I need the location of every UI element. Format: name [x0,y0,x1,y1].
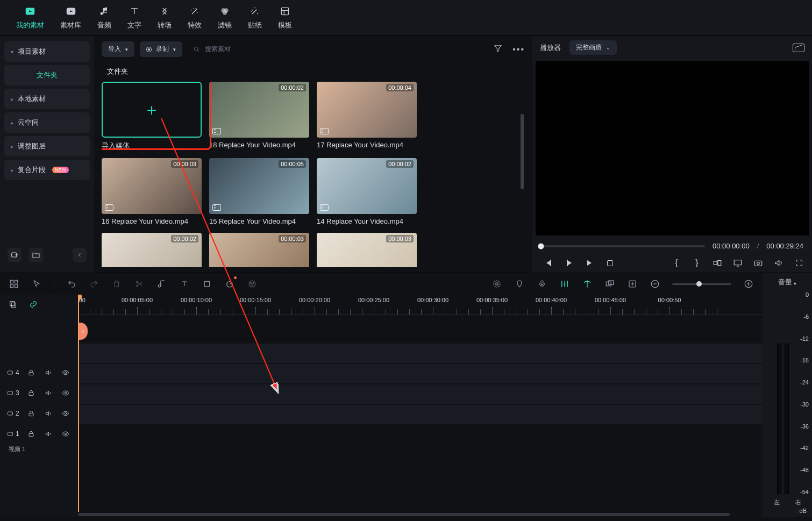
import-media-tile[interactable]: ＋ [102,82,202,138]
media-clip[interactable]: 00:00:0218 Replace Your Video.mp4 [209,82,309,151]
clip-thumbnail[interactable]: 00:00:05 [209,158,309,214]
visibility-track-button[interactable] [60,388,71,398]
visibility-track-button[interactable] [60,408,71,419]
clip-thumbnail[interactable]: 00:00:04 [317,82,417,138]
timeline-track[interactable] [78,363,763,384]
mic-button[interactable] [537,279,547,289]
mark-out-button[interactable]: } [692,258,702,268]
scrub-track[interactable] [541,245,705,247]
duplicate-track-button[interactable] [8,299,18,310]
lock-track-button[interactable] [26,429,37,439]
sidebar-compound[interactable]: ▸复合片段NEW [4,160,90,180]
undo-button[interactable] [66,279,77,289]
mute-track-button[interactable] [43,429,54,439]
nav-text[interactable]: 文字 [127,5,141,30]
sidebar-project-media[interactable]: ▾项目素材 [4,41,90,62]
color-tool[interactable] [247,279,258,289]
nav-effects[interactable]: 特效 [188,5,202,30]
mute-track-button[interactable] [43,408,54,419]
ai-button[interactable] [492,279,502,289]
lock-track-button[interactable] [26,408,37,419]
tracks-area[interactable]: 00:0000:00:05:0000:00:10:0000:00:15:0000… [78,295,763,517]
timeline-track[interactable] [78,384,763,404]
audio-mixer-button[interactable] [559,279,570,289]
group-button[interactable] [604,279,615,289]
camera-button[interactable] [753,258,764,268]
time-ruler[interactable]: 00:0000:00:05:0000:00:10:0000:00:15:0000… [78,295,763,315]
clip-thumbnail[interactable]: 00:00:03 [102,158,202,214]
media-scrollbar[interactable] [521,114,525,262]
delete-button[interactable] [111,279,122,289]
lock-track-button[interactable] [26,367,37,378]
timeline-track[interactable] [78,343,763,363]
marker[interactable] [78,323,88,340]
text-tool[interactable] [179,279,190,289]
playhead[interactable] [78,295,79,512]
timeline-track[interactable] [78,404,763,425]
redo-button[interactable] [89,279,99,289]
mute-track-button[interactable] [43,388,54,398]
crop-tool[interactable] [202,279,212,289]
speed-tool[interactable] [224,279,235,289]
record-button[interactable]: 录制▾ [140,41,182,57]
meter-toggle-icon[interactable]: ▴ [794,280,796,286]
volume-button[interactable] [773,258,784,268]
media-clip[interactable]: 00:00:0417 Replace Your Video.mp4 [317,82,417,151]
nav-my-media[interactable]: 我的素材 [16,5,44,30]
zoom-knob[interactable] [696,281,702,287]
display-button[interactable] [732,258,743,268]
zoom-out-button[interactable] [650,279,660,289]
marker-bar[interactable] [78,315,763,343]
mark-in-button[interactable]: { [671,258,682,268]
split-button[interactable] [134,279,145,289]
preview-canvas[interactable] [536,61,809,235]
zoom-in-button[interactable] [743,279,754,289]
sidebar-adjust-layers[interactable]: ▸调整图层 [4,136,90,156]
add-track-button[interactable] [627,279,638,289]
sidebar-cloud[interactable]: ▸云空间 [4,112,90,133]
media-clip[interactable]: 00:00:03 [317,233,417,267]
media-clip[interactable]: ＋导入媒体 [102,82,202,151]
scrub-knob[interactable] [538,243,544,249]
search-input[interactable]: 搜索素材 [188,41,488,57]
stop-button[interactable] [604,258,615,268]
link-button[interactable] [28,299,39,310]
media-clip[interactable]: 00:00:02 [102,233,202,267]
clip-thumbnail[interactable]: 00:00:02 [317,158,417,214]
visibility-track-button[interactable] [60,367,71,378]
snapshot-button[interactable] [793,44,804,52]
audio-tool[interactable] [156,279,167,289]
layout-button[interactable] [9,279,19,289]
magnet-button[interactable] [582,279,593,289]
clip-thumbnail[interactable]: 00:00:02 [209,82,309,138]
fullscreen-button[interactable] [794,258,804,268]
media-clip[interactable]: 00:00:0316 Replace Your Video.mp4 [102,158,202,225]
lock-track-button[interactable] [26,388,37,398]
filter-button[interactable] [493,44,503,55]
media-clip[interactable]: 00:00:0214 Replace Your Video.mp4 [317,158,417,225]
next-frame-button[interactable] [564,258,574,268]
clip-thumbnail[interactable]: 00:00:02 [102,233,202,267]
nav-transition[interactable]: 转场 [158,5,172,30]
nav-stock[interactable]: 素材库 [60,5,81,30]
import-button[interactable]: 导入▾ [102,41,134,57]
media-clip[interactable]: 00:00:03 [209,233,309,267]
more-button[interactable]: ••• [512,45,525,54]
ratio-button[interactable] [712,258,723,268]
media-clip[interactable]: 00:00:0515 Replace Your Video.mp4 [209,158,309,225]
timeline-scrollbar[interactable] [78,512,757,517]
sidebar-folder[interactable]: 文件夹 [4,65,90,85]
quality-select[interactable]: 完整画质⌄ [569,40,617,55]
zoom-slider[interactable] [672,283,731,285]
nav-audio[interactable]: 音频 [97,5,111,30]
nav-templates[interactable]: 模板 [278,5,292,30]
visibility-track-button[interactable] [60,429,71,439]
collapse-sidebar-button[interactable] [73,248,87,262]
clip-thumbnail[interactable]: 00:00:03 [209,233,309,267]
nav-filters[interactable]: 滤镜 [218,5,232,30]
nav-stickers[interactable]: 贴纸 [248,5,262,30]
clip-thumbnail[interactable]: 00:00:03 [317,233,417,267]
new-bin-button[interactable] [8,248,22,262]
new-folder-button[interactable] [29,248,43,262]
select-tool[interactable] [31,279,42,289]
